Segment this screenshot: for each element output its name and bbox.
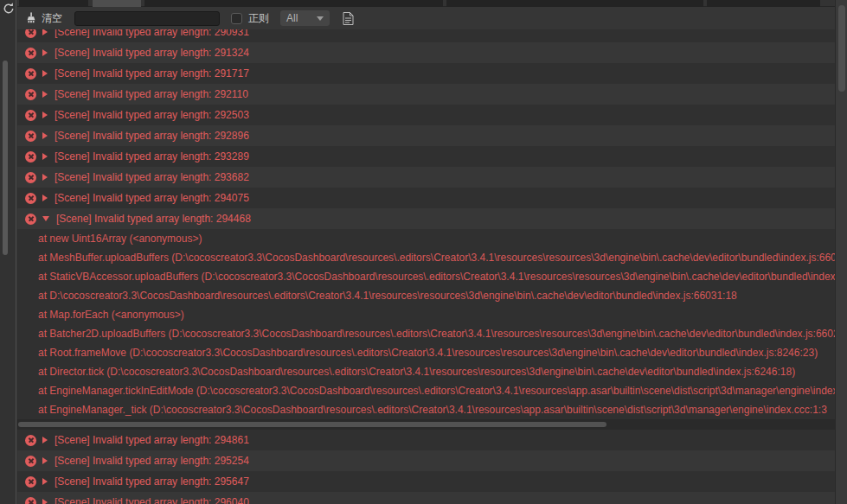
collapse-arrow-icon[interactable] xyxy=(42,216,49,221)
log-row[interactable]: [Scene] Invalid typed array length: 2928… xyxy=(17,125,835,146)
refresh-icon[interactable] xyxy=(2,2,16,16)
regex-checkbox[interactable] xyxy=(231,13,242,24)
error-circle-x-icon xyxy=(25,131,36,142)
log-row[interactable]: [Scene] Invalid typed array length: 2932… xyxy=(17,146,835,167)
error-circle-x-icon xyxy=(25,172,36,183)
stack-trace-line: at Root.frameMove (D:\cocoscreator3.3\Co… xyxy=(17,343,835,362)
expand-arrow-icon[interactable] xyxy=(42,499,48,504)
stack-trace: at new Uint16Array (<anonymous>)at MeshB… xyxy=(17,229,835,419)
left-scrollbar-thumb[interactable] xyxy=(3,61,8,255)
export-log-icon[interactable] xyxy=(343,12,354,25)
expand-arrow-icon[interactable] xyxy=(42,457,48,464)
log-row[interactable]: [Scene] Invalid typed array length: 2940… xyxy=(17,188,835,208)
regex-toggle: 正则 xyxy=(231,11,269,26)
search-input[interactable] xyxy=(74,11,220,26)
stack-trace-line: at MeshBuffer.uploadBuffers (D:\cocoscre… xyxy=(17,248,835,267)
log-row[interactable]: [Scene] Invalid typed array length: 2956… xyxy=(17,471,835,492)
expand-arrow-icon[interactable] xyxy=(42,70,48,77)
log-message: [Scene] Invalid typed array length: 2913… xyxy=(55,47,249,59)
tab-remnant[interactable] xyxy=(707,0,820,7)
stack-trace-line: at D:\cocoscreator3.3\CocosDashboard\res… xyxy=(17,286,835,305)
error-circle-x-icon xyxy=(25,497,36,504)
expand-arrow-icon[interactable] xyxy=(42,49,48,56)
log-row[interactable]: [Scene] Invalid typed array length: 2936… xyxy=(17,167,835,188)
stack-trace-line: at Batcher2D.uploadBuffers (D:\cocoscrea… xyxy=(17,324,835,343)
expand-arrow-icon[interactable] xyxy=(42,112,48,118)
clear-broom-icon xyxy=(25,12,37,24)
expand-arrow-icon[interactable] xyxy=(42,478,48,485)
log-row[interactable]: [Scene] Invalid typed array length: 2948… xyxy=(17,430,835,450)
log-message: [Scene] Invalid typed array length: 2928… xyxy=(55,130,249,142)
log-message: [Scene] Invalid typed array length: 2932… xyxy=(55,150,249,163)
console-list: [Scene] Invalid typed array length: 2909… xyxy=(17,22,835,504)
expand-arrow-icon[interactable] xyxy=(42,91,48,98)
log-row[interactable]: [Scene] Invalid typed array length: 2913… xyxy=(17,42,835,63)
stack-trace-line: at EngineManager.tickInEditMode (D:\coco… xyxy=(17,381,835,400)
log-message: [Scene] Invalid typed array length: 2936… xyxy=(55,171,249,183)
console-area: 清空 正则 All [Scene] Invalid typed array le xyxy=(17,0,835,504)
log-row[interactable]: [Scene] Invalid typed array length: 2917… xyxy=(17,63,835,84)
regex-label: 正则 xyxy=(248,11,269,26)
log-row[interactable]: [Scene] Invalid typed array length: 2952… xyxy=(17,450,835,471)
log-message: [Scene] Invalid typed array length: 2921… xyxy=(55,88,248,100)
expand-arrow-icon[interactable] xyxy=(42,437,48,443)
log-message: [Scene] Invalid typed array length: 2956… xyxy=(55,475,249,488)
chevron-down-icon xyxy=(317,16,324,21)
log-row[interactable]: [Scene] Invalid typed array length: 2944… xyxy=(17,208,835,229)
error-circle-x-icon xyxy=(25,151,36,163)
log-level-dropdown[interactable]: All xyxy=(280,10,330,26)
tab-remnant[interactable] xyxy=(144,0,443,7)
tabstrip xyxy=(17,0,835,7)
horizontal-scrollbar-thumb[interactable] xyxy=(18,422,606,427)
log-message: [Scene] Invalid typed array length: 2952… xyxy=(55,455,249,467)
error-circle-x-icon xyxy=(25,435,36,446)
stack-trace-line: at StaticVBAccessor.uploadBuffers (D:\co… xyxy=(17,267,835,286)
stack-trace-line: at Director.tick (D:\cocoscreator3.3\Coc… xyxy=(17,362,835,381)
log-row[interactable]: [Scene] Invalid typed array length: 2925… xyxy=(17,105,835,125)
stack-trace-line: at EngineManager._tick (D:\cocoscreator3… xyxy=(17,400,835,419)
error-circle-x-icon xyxy=(25,110,36,121)
log-level-value: All xyxy=(286,12,317,24)
log-row[interactable]: [Scene] Invalid typed array length: 2960… xyxy=(17,492,835,504)
stack-trace-line: at Map.forEach (<anonymous>) xyxy=(17,305,835,324)
expand-arrow-icon[interactable] xyxy=(42,153,48,160)
console-toolbar: 清空 正则 All xyxy=(17,7,835,29)
error-circle-x-icon xyxy=(25,214,36,225)
horizontal-scrollbar[interactable] xyxy=(17,419,835,430)
expand-arrow-icon[interactable] xyxy=(42,195,48,201)
stack-trace-line: at new Uint16Array (<anonymous>) xyxy=(17,229,835,248)
log-message: [Scene] Invalid typed array length: 2960… xyxy=(55,496,249,504)
log-message: [Scene] Invalid typed array length: 2944… xyxy=(56,213,251,225)
log-row[interactable]: [Scene] Invalid typed array length: 2921… xyxy=(17,84,835,105)
log-message: [Scene] Invalid typed array length: 2940… xyxy=(55,192,249,204)
log-message: [Scene] Invalid typed array length: 2948… xyxy=(55,434,249,446)
console-panel: 清空 正则 All [Scene] Invalid typed array le xyxy=(0,0,847,504)
tab-remnant[interactable] xyxy=(446,0,703,7)
log-message: [Scene] Invalid typed array length: 2917… xyxy=(55,67,249,80)
tab-remnant[interactable] xyxy=(19,0,88,7)
expand-arrow-icon[interactable] xyxy=(42,29,48,35)
vertical-scrollbar[interactable] xyxy=(835,0,847,504)
error-circle-x-icon xyxy=(25,456,36,467)
error-circle-x-icon xyxy=(25,193,36,204)
left-rail xyxy=(0,0,16,504)
vertical-scrollbar-thumb[interactable] xyxy=(838,5,845,92)
error-circle-x-icon xyxy=(25,476,36,488)
tab-remnant-active[interactable] xyxy=(93,0,141,7)
error-circle-x-icon xyxy=(25,89,36,100)
error-circle-x-icon xyxy=(25,68,36,80)
expand-arrow-icon[interactable] xyxy=(42,174,48,181)
clear-button-label: 清空 xyxy=(42,11,62,26)
log-message: [Scene] Invalid typed array length: 2925… xyxy=(55,109,249,121)
expand-arrow-icon[interactable] xyxy=(42,132,48,139)
error-circle-x-icon xyxy=(25,48,36,59)
clear-button[interactable]: 清空 xyxy=(25,11,62,26)
